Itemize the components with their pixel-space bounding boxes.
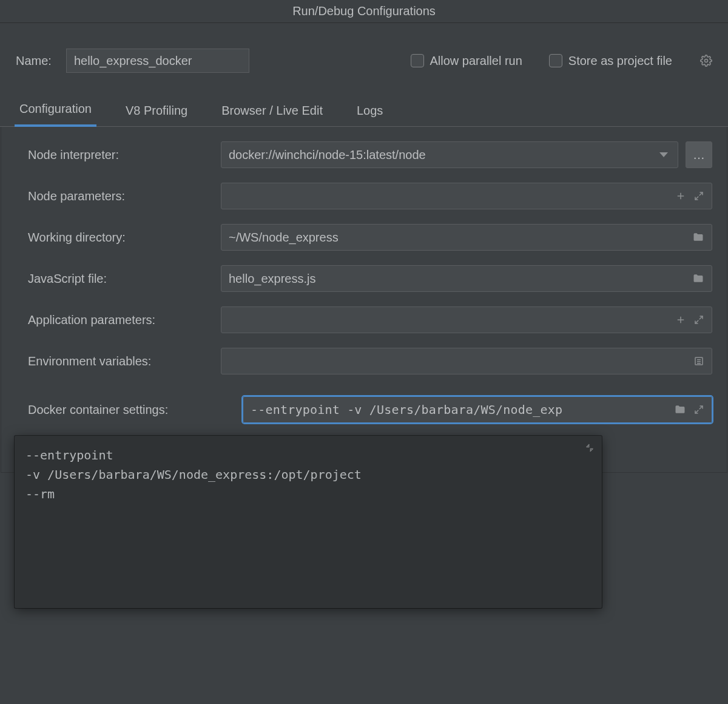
docker-container-settings-value: --entrypoint -v /Users/barbara/WS/node_e… (251, 402, 674, 417)
top-options-group: Allow parallel run Store as project file (411, 54, 713, 68)
popup-line: --entrypoint (25, 445, 591, 465)
window-title: Run/Debug Configurations (0, 0, 728, 23)
collapse-icon[interactable] (585, 443, 595, 453)
popup-line: --rm (25, 484, 591, 504)
name-row: Name: Allow parallel run Store as projec… (0, 23, 728, 73)
row-javascript-file: JavaScript file: hello_express.js (28, 265, 712, 292)
folder-icon[interactable] (692, 272, 704, 285)
plus-icon[interactable] (675, 191, 686, 201)
svg-point-0 (705, 59, 708, 63)
tab-bar: Configuration V8 Profiling Browser / Liv… (0, 73, 728, 127)
expanded-text-popup[interactable]: --entrypoint -v /Users/barbara/WS/node_e… (15, 436, 602, 608)
tab-logs[interactable]: Logs (352, 104, 388, 126)
store-as-project-file-label: Store as project file (568, 54, 672, 68)
node-interpreter-label: Node interpreter: (28, 148, 210, 162)
row-node-parameters: Node parameters: (28, 183, 712, 209)
expand-icon[interactable] (693, 191, 704, 201)
row-node-interpreter: Node interpreter: docker://winchci/node-… (28, 141, 712, 168)
docker-container-settings-label: Docker container settings: (28, 403, 232, 417)
working-directory-value: ~/WS/node_express (229, 231, 692, 245)
javascript-file-label: JavaScript file: (28, 272, 210, 286)
ellipsis-button[interactable]: … (686, 141, 712, 168)
javascript-file-input[interactable]: hello_express.js (221, 265, 712, 292)
node-parameters-label: Node parameters: (28, 189, 210, 203)
docker-container-settings-input[interactable]: --entrypoint -v /Users/barbara/WS/node_e… (243, 396, 712, 423)
name-label: Name: (16, 54, 52, 68)
window-title-text: Run/Debug Configurations (292, 4, 436, 18)
folder-icon[interactable] (692, 231, 704, 243)
tab-browser-live-edit[interactable]: Browser / Live Edit (217, 104, 328, 126)
node-interpreter-select[interactable]: docker://winchci/node-15:latest/node (221, 141, 678, 168)
list-icon[interactable] (693, 356, 704, 367)
configuration-form: Node interpreter: docker://winchci/node-… (1, 127, 727, 473)
row-working-directory: Working directory: ~/WS/node_express (28, 224, 712, 251)
name-input[interactable] (66, 49, 249, 73)
plus-icon[interactable] (675, 314, 686, 325)
environment-variables-label: Environment variables: (28, 354, 210, 368)
allow-parallel-run-checkbox[interactable]: Allow parallel run (411, 54, 522, 68)
node-parameters-input[interactable] (221, 183, 712, 209)
tab-v8-profiling[interactable]: V8 Profiling (121, 104, 192, 126)
environment-variables-input[interactable] (221, 348, 712, 374)
folder-icon[interactable] (674, 404, 686, 416)
working-directory-label: Working directory: (28, 231, 210, 245)
expand-icon[interactable] (693, 404, 704, 415)
expand-icon[interactable] (693, 314, 704, 325)
application-parameters-input[interactable] (221, 306, 712, 333)
javascript-file-value: hello_express.js (229, 272, 692, 286)
checkbox-box (411, 54, 424, 67)
store-as-project-file-checkbox[interactable]: Store as project file (549, 54, 672, 68)
row-docker-container-settings: Docker container settings: --entrypoint … (28, 396, 712, 423)
gear-icon[interactable] (700, 55, 712, 67)
popup-line: -v /Users/barbara/WS/node_express:/opt/p… (25, 465, 591, 484)
chevron-down-icon (659, 152, 668, 157)
row-environment-variables: Environment variables: (28, 348, 712, 374)
working-directory-input[interactable]: ~/WS/node_express (221, 224, 712, 251)
node-interpreter-value: docker://winchci/node-15:latest/node (229, 148, 659, 162)
allow-parallel-run-label: Allow parallel run (430, 54, 522, 68)
tab-configuration[interactable]: Configuration (15, 102, 96, 127)
application-parameters-label: Application parameters: (28, 313, 210, 327)
checkbox-box (549, 54, 562, 67)
row-application-parameters: Application parameters: (28, 306, 712, 333)
